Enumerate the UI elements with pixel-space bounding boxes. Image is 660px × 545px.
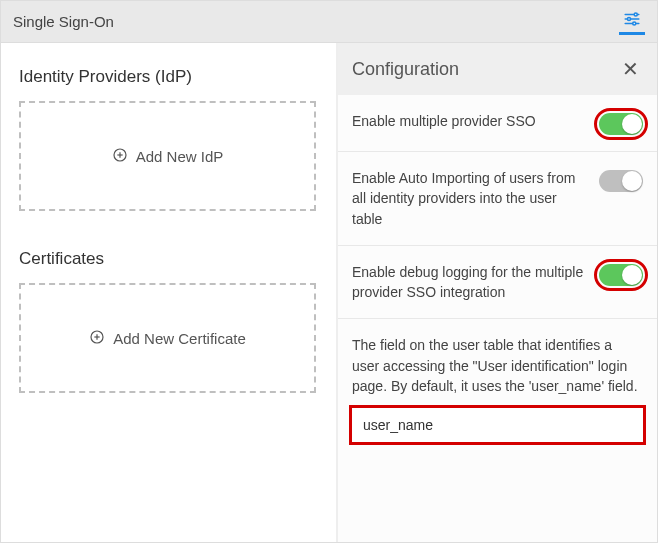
svg-point-4 bbox=[628, 18, 631, 21]
cert-section-title: Certificates bbox=[19, 249, 316, 269]
add-cert-label: Add New Certificate bbox=[113, 330, 246, 347]
user-field-input[interactable] bbox=[352, 408, 643, 442]
add-cert-box[interactable]: Add New Certificate bbox=[19, 283, 316, 393]
toggle-knob bbox=[622, 114, 642, 134]
settings-icon[interactable] bbox=[619, 9, 645, 35]
config-title: Configuration bbox=[352, 59, 459, 80]
toggle-knob bbox=[622, 265, 642, 285]
app-header: Single Sign-On bbox=[1, 1, 657, 43]
toggle-knob bbox=[622, 171, 642, 191]
plus-circle-icon bbox=[89, 329, 105, 348]
svg-point-5 bbox=[633, 22, 636, 25]
add-idp-label: Add New IdP bbox=[136, 148, 224, 165]
idp-section-title: Identity Providers (IdP) bbox=[19, 67, 316, 87]
auto-import-toggle[interactable] bbox=[599, 170, 643, 192]
add-idp-box[interactable]: Add New IdP bbox=[19, 101, 316, 211]
app-body: Identity Providers (IdP) Add New IdP Cer… bbox=[1, 43, 657, 542]
config-panel: Configuration ✕ Enable multiple provider… bbox=[337, 43, 657, 542]
app-window: Single Sign-On Identity Providers (IdP) bbox=[0, 0, 658, 543]
close-icon[interactable]: ✕ bbox=[618, 57, 643, 81]
add-idp-row: Add New IdP bbox=[112, 147, 224, 166]
config-row-user-field: The field on the user table that identif… bbox=[338, 319, 657, 458]
debug-log-toggle[interactable] bbox=[599, 264, 643, 286]
page-title: Single Sign-On bbox=[13, 13, 114, 30]
config-header: Configuration ✕ bbox=[338, 43, 657, 95]
auto-import-label: Enable Auto Importing of users from all … bbox=[352, 168, 589, 229]
svg-point-3 bbox=[634, 13, 637, 16]
config-row-debug-log: Enable debug logging for the multiple pr… bbox=[338, 246, 657, 320]
user-field-label: The field on the user table that identif… bbox=[352, 335, 643, 396]
left-column: Identity Providers (IdP) Add New IdP Cer… bbox=[1, 43, 337, 542]
add-cert-row: Add New Certificate bbox=[89, 329, 246, 348]
config-row-auto-import: Enable Auto Importing of users from all … bbox=[338, 152, 657, 246]
config-body: Enable multiple provider SSO Enable Auto… bbox=[338, 95, 657, 542]
enable-sso-toggle[interactable] bbox=[599, 113, 643, 135]
plus-circle-icon bbox=[112, 147, 128, 166]
config-row-enable-sso: Enable multiple provider SSO bbox=[338, 95, 657, 152]
enable-sso-label: Enable multiple provider SSO bbox=[352, 111, 589, 131]
debug-log-label: Enable debug logging for the multiple pr… bbox=[352, 262, 589, 303]
